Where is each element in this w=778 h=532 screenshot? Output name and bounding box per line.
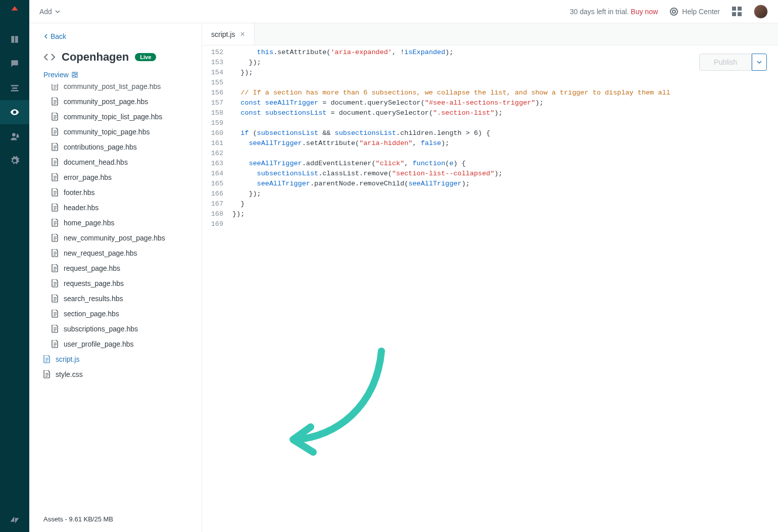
editor-pane: script.js × Publish 15215315415515615715… <box>202 23 778 532</box>
file-name: section_page.hbs <box>64 310 119 318</box>
code-editor[interactable]: 1521531541551561571581591601611621631641… <box>202 45 778 532</box>
external-link-icon <box>72 72 78 78</box>
chevron-down-icon <box>55 9 60 14</box>
file-name: header.hbs <box>64 204 99 212</box>
chevron-left-icon <box>43 34 48 39</box>
user-avatar[interactable] <box>754 5 768 19</box>
file-item[interactable]: subscriptions_page.hbs <box>29 321 202 336</box>
assets-footer: Assets - 9.61 KB/25 MB <box>29 508 202 532</box>
code-icon <box>43 51 56 63</box>
back-link[interactable]: Back <box>43 32 66 40</box>
topbar: Add 30 days left in trial. Buy now Help … <box>29 0 778 23</box>
chevron-down-icon <box>757 60 762 65</box>
file-name: home_page.hbs <box>64 219 114 227</box>
file-list[interactable]: community_post_list_page.hbscommunity_po… <box>29 84 202 508</box>
products-menu-icon[interactable] <box>732 7 742 16</box>
file-item[interactable]: community_post_list_page.hbs <box>29 84 202 94</box>
file-item[interactable]: new_community_post_page.hbs <box>29 230 202 246</box>
file-name: document_head.hbs <box>64 158 128 166</box>
file-item[interactable]: style.css <box>29 367 202 382</box>
nav-rail <box>0 0 29 532</box>
file-item[interactable]: requests_page.hbs <box>29 276 202 291</box>
editor-body: Publish 15215315415515615715815916016116… <box>202 45 778 532</box>
add-label: Add <box>39 8 52 16</box>
nav-item-permissions-icon[interactable] <box>0 124 29 149</box>
trial-status: 30 days left in trial. Buy now <box>570 8 658 16</box>
file-name: footer.hbs <box>64 188 95 197</box>
line-gutter: 1521531541551561571581591601611621631641… <box>202 47 228 532</box>
svg-marker-0 <box>11 6 18 10</box>
file-name: community_post_page.hbs <box>64 98 148 106</box>
file-item[interactable]: home_page.hbs <box>29 215 202 230</box>
file-name: requests_page.hbs <box>64 279 124 287</box>
file-name: new_community_post_page.hbs <box>64 234 165 242</box>
file-name: community_topic_page.hbs <box>64 128 150 136</box>
file-item[interactable]: header.hbs <box>29 200 202 215</box>
file-item[interactable]: request_page.hbs <box>29 261 202 276</box>
file-item[interactable]: user_profile_page.hbs <box>29 336 202 352</box>
close-icon[interactable]: × <box>240 30 245 38</box>
product-logo-icon[interactable] <box>8 3 21 16</box>
file-item[interactable]: document_head.hbs <box>29 155 202 170</box>
nav-item-settings-icon[interactable] <box>0 149 29 173</box>
file-item[interactable]: script.js <box>29 352 202 367</box>
publish-button[interactable]: Publish <box>699 54 752 71</box>
svg-point-1 <box>670 8 677 15</box>
svg-point-2 <box>672 10 675 13</box>
nav-item-guide-icon[interactable] <box>0 27 29 52</box>
file-name: community_post_list_page.hbs <box>64 84 161 90</box>
file-name: subscriptions_page.hbs <box>64 325 138 333</box>
file-item[interactable]: error_page.hbs <box>29 170 202 185</box>
lifesaver-icon <box>670 8 678 16</box>
file-name: contributions_page.hbs <box>64 143 137 151</box>
file-name: new_request_page.hbs <box>64 249 137 257</box>
editor-tabs: script.js × <box>202 23 778 45</box>
add-menu[interactable]: Add <box>39 8 60 16</box>
file-item[interactable]: section_page.hbs <box>29 306 202 321</box>
code-content[interactable]: this.setAttribute('aria-expanded', !isEx… <box>228 47 778 532</box>
preview-link[interactable]: Preview <box>43 71 78 79</box>
nav-item-arrange-icon[interactable] <box>0 76 29 100</box>
file-item[interactable]: contributions_page.hbs <box>29 139 202 155</box>
file-name: style.css <box>56 370 83 378</box>
nav-item-customize-icon[interactable] <box>0 100 29 124</box>
help-center-link[interactable]: Help Center <box>670 8 720 16</box>
file-item[interactable]: community_post_page.hbs <box>29 94 202 109</box>
file-name: error_page.hbs <box>64 173 112 181</box>
file-item[interactable]: community_topic_list_page.hbs <box>29 109 202 124</box>
file-name: request_page.hbs <box>64 264 120 272</box>
file-sidebar: Back Copenhagen Live Preview community_p… <box>29 23 202 532</box>
file-name: search_results.hbs <box>64 295 123 303</box>
file-item[interactable]: footer.hbs <box>29 185 202 200</box>
file-name: user_profile_page.hbs <box>64 340 134 348</box>
file-name: community_topic_list_page.hbs <box>64 113 162 121</box>
file-item[interactable]: new_request_page.hbs <box>29 246 202 261</box>
file-item[interactable]: community_topic_page.hbs <box>29 124 202 139</box>
publish-dropdown[interactable] <box>752 54 767 71</box>
live-badge: Live <box>135 53 156 61</box>
file-name: script.js <box>56 355 79 363</box>
file-item[interactable]: search_results.hbs <box>29 291 202 306</box>
editor-tab[interactable]: script.js × <box>202 23 255 45</box>
theme-title: Copenhagen <box>62 51 129 64</box>
buy-now-link[interactable]: Buy now <box>631 8 658 16</box>
tab-label: script.js <box>211 30 235 38</box>
zendesk-logo-icon[interactable] <box>0 508 29 532</box>
nav-item-moderate-icon[interactable] <box>0 52 29 76</box>
